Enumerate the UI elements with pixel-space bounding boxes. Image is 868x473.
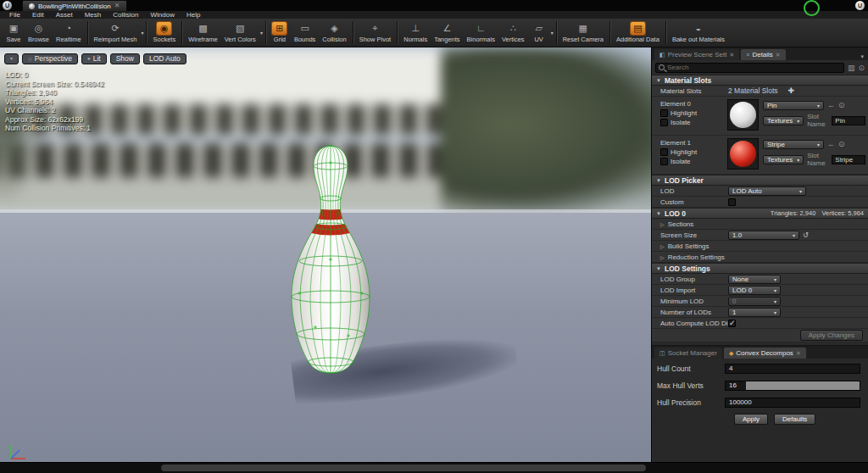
menu-help[interactable]: Help bbox=[181, 11, 206, 19]
menu-collision[interactable]: Collision bbox=[107, 11, 144, 19]
defaults-button[interactable]: Defaults bbox=[774, 414, 815, 425]
browse-to-asset-icon[interactable]: ⊙ bbox=[838, 100, 845, 110]
textures-dropdown[interactable]: Textures bbox=[763, 155, 804, 164]
close-icon[interactable]: ✕ bbox=[776, 52, 781, 58]
binormals-button[interactable]: ∟Binormals bbox=[464, 19, 498, 47]
perspective-button[interactable]: ◇Perspective bbox=[22, 53, 78, 64]
expand-arrow-icon[interactable] bbox=[660, 242, 668, 250]
wireframe-button[interactable]: ▩Wireframe bbox=[185, 19, 221, 47]
chevron-down-icon[interactable]: ▾ bbox=[551, 30, 554, 36]
material-thumbnail[interactable] bbox=[727, 138, 759, 170]
auto-compute-lod-row: Auto Compute LOD Distance bbox=[652, 318, 868, 329]
tangents-button[interactable]: ∠Tangents bbox=[431, 19, 463, 47]
bake-out-materials-button[interactable]: ◒Bake out Materials bbox=[669, 19, 728, 47]
normals-button[interactable]: ⊥Normals bbox=[400, 19, 431, 47]
lod-auto-button[interactable]: LOD Auto bbox=[143, 53, 186, 64]
screen-size-dropdown[interactable]: 1.0 bbox=[728, 231, 799, 240]
stat-collision-primitives: Num Collision Primitives: 1 bbox=[5, 124, 104, 133]
grid-button[interactable]: ⊞Grid bbox=[269, 19, 291, 47]
menu-asset[interactable]: Asset bbox=[50, 11, 79, 19]
show-button[interactable]: Show bbox=[110, 53, 140, 64]
category-lod-settings[interactable]: ▼ LOD Settings bbox=[652, 263, 868, 274]
category-lod0[interactable]: ▼ LOD 0 Triangles: 2,940 Vertices: 5,964 bbox=[652, 208, 868, 219]
vertices-button[interactable]: ∴Vertices bbox=[498, 19, 528, 47]
hull-precision-input[interactable] bbox=[725, 398, 860, 408]
view-options-icon[interactable]: ▥ bbox=[848, 63, 855, 73]
additional-data-button[interactable]: ▤Additional Data bbox=[613, 19, 663, 47]
3d-viewport[interactable]: ▾ ◇Perspective ●Lit Show LOD Auto LOD: 0… bbox=[0, 47, 651, 462]
chevron-down-icon[interactable]: ▾ bbox=[860, 53, 865, 60]
expand-arrow-icon[interactable] bbox=[660, 220, 668, 228]
hull-count-slider[interactable]: 4 bbox=[725, 364, 860, 374]
close-icon[interactable]: ✕ bbox=[729, 52, 734, 58]
use-selected-icon[interactable]: ← bbox=[827, 139, 835, 149]
chevron-down-icon[interactable]: ▾ bbox=[141, 30, 143, 36]
menu-edit[interactable]: Edit bbox=[26, 11, 50, 19]
lod-group-dropdown[interactable]: None bbox=[728, 275, 781, 284]
apply-changes-button[interactable]: Apply Changes bbox=[800, 330, 863, 341]
menu-mesh[interactable]: Mesh bbox=[79, 11, 108, 19]
lit-button[interactable]: ●Lit bbox=[81, 53, 107, 64]
search-box[interactable] bbox=[655, 63, 844, 73]
slot-name-input[interactable] bbox=[832, 116, 865, 125]
stat-screen-size: Current Screen Size: 0.548942 bbox=[5, 80, 104, 89]
tab-convex-decomposition[interactable]: ◆ Convex Decompos ✕ bbox=[724, 348, 806, 359]
category-lod-picker[interactable]: ▼ LOD Picker bbox=[652, 175, 868, 186]
reduction-settings-row[interactable]: Reduction Settings bbox=[652, 252, 868, 263]
apply-button[interactable]: Apply bbox=[734, 414, 768, 425]
sockets-button[interactable]: ◉Sockets bbox=[149, 19, 179, 47]
chevron-down-icon[interactable]: ▾ bbox=[260, 30, 263, 36]
save-button[interactable]: ▣Save bbox=[3, 19, 25, 47]
max-hull-verts-slider[interactable]: 16 bbox=[725, 381, 860, 391]
highlight-checkbox[interactable] bbox=[660, 148, 668, 156]
bowling-pin-mesh[interactable] bbox=[275, 141, 386, 387]
isolate-checkbox[interactable] bbox=[660, 158, 668, 165]
reset-camera-button[interactable]: ▦Reset Camera bbox=[559, 19, 607, 47]
show-pivot-button[interactable]: ⌖Show Pivot bbox=[356, 19, 395, 47]
number-of-lods-spinner[interactable]: 1 bbox=[728, 308, 781, 317]
realtime-button[interactable]: ◔Realtime bbox=[53, 19, 85, 47]
search-input[interactable] bbox=[667, 64, 841, 71]
reset-to-default-icon[interactable]: ↺ bbox=[803, 231, 809, 239]
stat-uv-channels: UV Channels: 2 bbox=[5, 106, 104, 115]
settings-icon[interactable]: ⊙ bbox=[858, 63, 865, 73]
material-thumbnail[interactable] bbox=[727, 99, 759, 131]
material-select[interactable]: Stripe bbox=[763, 140, 824, 149]
expand-arrow-icon[interactable] bbox=[660, 253, 668, 261]
build-settings-row[interactable]: Build Settings bbox=[652, 241, 868, 252]
uv-button[interactable]: ▱UV bbox=[528, 19, 550, 47]
lod-import-dropdown[interactable]: LOD 0 bbox=[728, 286, 781, 295]
category-material-slots[interactable]: ▼ Material Slots bbox=[652, 75, 868, 86]
auto-compute-lod-checkbox[interactable] bbox=[728, 320, 736, 327]
toolbar-separator bbox=[556, 21, 557, 44]
browse-to-asset-icon[interactable]: ⊙ bbox=[838, 139, 845, 149]
bounds-button[interactable]: ▭Bounds bbox=[291, 19, 319, 47]
close-icon[interactable]: ✕ bbox=[114, 3, 120, 9]
slot-name-input[interactable] bbox=[832, 155, 865, 164]
textures-dropdown[interactable]: Textures bbox=[763, 116, 804, 125]
tab-preview-scene-settings[interactable]: ◧ Preview Scene Sett ✕ bbox=[654, 49, 739, 60]
use-selected-icon[interactable]: ← bbox=[827, 100, 835, 110]
custom-checkbox[interactable] bbox=[728, 198, 736, 206]
isolate-checkbox[interactable] bbox=[660, 119, 668, 126]
tab-socket-manager[interactable]: ◫ Socket Manager bbox=[654, 348, 722, 359]
vert-colors-button[interactable]: ▧Vert Colors bbox=[221, 19, 259, 47]
lod-dropdown[interactable]: LOD Auto bbox=[728, 186, 806, 196]
menu-file[interactable]: File bbox=[3, 11, 26, 19]
sections-row[interactable]: Sections bbox=[652, 219, 868, 230]
collision-button[interactable]: ◈Collision bbox=[319, 19, 349, 47]
custom-row: Custom bbox=[652, 197, 868, 208]
close-icon[interactable]: ✕ bbox=[796, 350, 801, 357]
menu-window[interactable]: Window bbox=[145, 11, 181, 19]
material-select[interactable]: Pin bbox=[763, 101, 824, 110]
add-material-slot-icon[interactable]: ✚ bbox=[788, 86, 795, 95]
asset-tab[interactable]: BowlingPinWithCollision ✕ bbox=[22, 0, 127, 11]
viewport-options-button[interactable]: ▾ bbox=[4, 53, 19, 64]
browse-button[interactable]: ◎Browse bbox=[25, 19, 53, 47]
horizontal-scrollbar[interactable] bbox=[161, 465, 646, 471]
highlight-checkbox[interactable] bbox=[660, 109, 668, 117]
reimport-mesh-button[interactable]: ⟳Reimport Mesh bbox=[91, 19, 141, 47]
tab-details[interactable]: ≡ Details ✕ bbox=[741, 49, 785, 60]
minimum-lod-spinner[interactable]: 0 bbox=[728, 297, 781, 306]
asset-tab-title: BowlingPinWithCollision bbox=[38, 3, 111, 10]
